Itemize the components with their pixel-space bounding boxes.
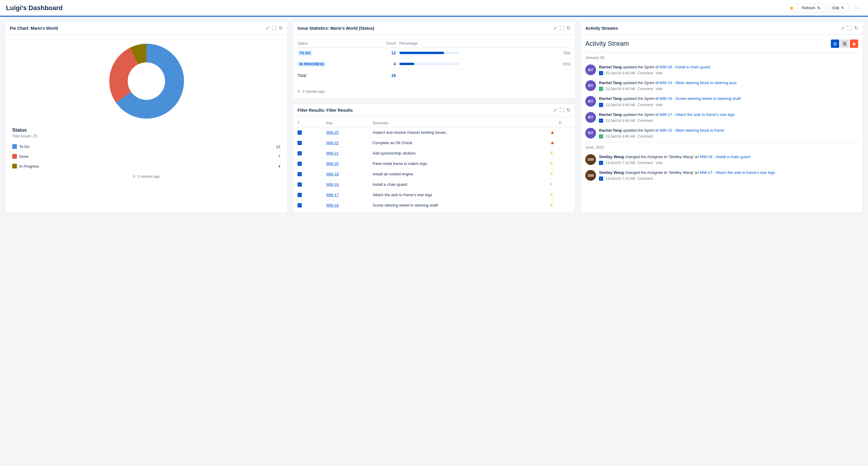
activity-type-icon: ✓ <box>599 103 603 107</box>
filter-collapse-icon[interactable]: ⤢ <box>553 107 557 113</box>
activity-user: Rachel Tang <box>599 81 622 85</box>
issue-key-link[interactable]: MW-25 <box>327 130 339 135</box>
activity-grid-view-btn[interactable]: ⊞ <box>831 39 839 48</box>
filter-key-cell[interactable]: MW-20 <box>321 158 368 169</box>
filter-key-cell[interactable]: MW-18 <box>321 179 368 190</box>
stats-refresh-text: 2 minutes ago <box>302 89 324 94</box>
avatar: RT <box>585 128 596 139</box>
star-icon[interactable]: ★ <box>789 4 794 11</box>
activity-content: Activity Stream ⊞ ☰ ◉ January 30 RT Rach… <box>581 35 863 188</box>
stats-refresh-icon[interactable]: ↻ <box>566 25 570 31</box>
activity-action-link[interactable]: Vote <box>655 161 662 165</box>
filter-refresh-icon[interactable]: ↻ <box>566 107 570 113</box>
activity-action-link[interactable]: Comment <box>638 103 653 107</box>
activity-text: Rachel Tang updated the Sprint of MW-15 … <box>599 128 858 133</box>
activity-type-icon: ✓ <box>599 161 603 165</box>
issue-key-link[interactable]: MW-20 <box>327 162 339 166</box>
filter-key-cell[interactable]: MW-22 <box>321 138 368 148</box>
filter-type-cell: ✓ <box>293 127 321 138</box>
issue-key-link[interactable]: MW-17 <box>327 193 339 197</box>
top-bar-actions: ★ Refresh ↻ Edit ✎ ··· <box>789 3 862 13</box>
activity-text: Rachel Tang updated the Sprint of MW-14 … <box>599 80 858 86</box>
filter-type-cell: ✓ <box>293 169 321 179</box>
task-type-icon: ✓ <box>298 162 302 166</box>
filter-summary-cell: Complete an Oil Check <box>368 138 545 148</box>
activity-action-link[interactable]: Vote <box>655 103 662 107</box>
stats-expand-icon[interactable]: ⛶ <box>559 26 564 31</box>
activity-body: Rachel Tang updated the Sprint of MW-15 … <box>599 128 858 139</box>
activity-issue-link[interactable]: MW-17 - Attach the axle to frame's rear … <box>659 112 735 117</box>
stats-row-inprogress: IN PROGRESS 4 25% <box>298 59 570 69</box>
legend-label-inprogress: In Progress <box>19 164 39 169</box>
activity-action-link[interactable]: Comment <box>638 177 653 181</box>
filter-panel-header: Filter Results: Filter Results ⤢ ⛶ ↻ <box>293 104 575 117</box>
more-button[interactable]: ··· <box>852 3 862 13</box>
filter-priority-cell: ≡ <box>545 190 575 200</box>
priority-icon: ≡ <box>550 161 553 166</box>
pie-refresh-text: 2 minutes ago <box>137 174 160 179</box>
expand-icon[interactable]: ⛶ <box>272 26 276 31</box>
activity-action-link[interactable]: Comment <box>638 134 653 139</box>
activity-meta: ✓ 31/Jan/24 4:40 AM Comment Vote <box>599 71 858 75</box>
task-type-icon: ✓ <box>298 141 302 145</box>
stats-collapse-icon[interactable]: ⤢ <box>553 25 557 31</box>
legend-section: Status Total Issues: 23 To Do 12 Done <box>10 127 283 171</box>
issue-key-link[interactable]: MW-19 <box>327 172 339 176</box>
activity-action-link[interactable]: Comment <box>638 87 653 91</box>
stats-panel-title: Issue Statistics: Mario's World (Status) <box>298 26 374 31</box>
progress-bar-todo-bg <box>399 52 459 54</box>
filter-summary-cell: Screw steering wheel to steering shaft <box>368 200 545 210</box>
activity-issue-link[interactable]: MW-18 - Install a chain guard <box>700 154 750 159</box>
pie-chart-panel: Pie Chart: Mario's World ⤢ ⛶ ↻ <box>5 21 288 213</box>
issue-key-link[interactable]: MW-16 <box>327 203 339 207</box>
activity-refresh-icon[interactable]: ↻ <box>854 25 858 31</box>
filter-expand-icon[interactable]: ⛶ <box>559 108 564 113</box>
pie-panel-icons: ⤢ ⛶ ↻ <box>266 25 283 31</box>
refresh-button[interactable]: Refresh ↻ <box>797 4 825 12</box>
activity-action-link[interactable]: Comment <box>638 161 653 165</box>
activity-collapse-icon[interactable]: ⤢ <box>841 25 845 31</box>
avatar: SW <box>585 154 596 165</box>
activity-action-link[interactable]: Vote <box>655 71 662 75</box>
pie-chart <box>105 39 188 123</box>
activity-type-icon: ✓ <box>599 119 603 123</box>
filter-key-cell[interactable]: MW-21 <box>321 148 368 158</box>
activity-issue-link[interactable]: MW-15 - Weld steering block to frame <box>659 128 724 133</box>
activity-action-link[interactable]: Comment <box>638 71 653 75</box>
legend-count-done: 7 <box>278 154 280 159</box>
avatar: RT <box>585 96 596 107</box>
filter-table: T Key Summary P ✓ MW-25 Inspect and reso… <box>293 119 575 210</box>
activity-body: Rachel Tang updated the Sprint of MW-18 … <box>599 64 858 75</box>
issue-key-link[interactable]: MW-22 <box>327 141 339 145</box>
stats-panel-icons: ⤢ ⛶ ↻ <box>553 25 570 31</box>
activity-issue-link[interactable]: MW-16 - Screw steering wheel to steering… <box>659 96 741 101</box>
filter-row: ✓ MW-19 Install air-cooled engine ≡ <box>293 169 575 179</box>
issue-key-link[interactable]: MW-21 <box>327 151 339 155</box>
filter-key-cell[interactable]: MW-25 <box>321 127 368 138</box>
activity-timestamp: 11/Jun/22 7:16 AM <box>606 161 635 165</box>
edit-button[interactable]: Edit ✎ <box>828 4 849 12</box>
activity-expand-icon[interactable]: ⛶ <box>847 26 852 31</box>
filter-summary-cell: Inspect and resolve chassis twisting iss… <box>368 127 545 138</box>
col-percentage: Percentage <box>399 39 570 48</box>
refresh-icon[interactable]: ↻ <box>279 25 283 31</box>
activity-date-group: June, 2022 <box>585 142 858 152</box>
priority-icon: ≡ <box>550 150 553 155</box>
activity-list-view-btn[interactable]: ☰ <box>840 39 849 48</box>
refresh-cycle-icon: ↻ <box>133 174 136 179</box>
activity-stream-actions: ⊞ ☰ ◉ <box>831 39 858 48</box>
activity-issue-link[interactable]: MW-18 - Install a chain guard <box>659 65 710 69</box>
activity-action-link[interactable]: Comment <box>638 119 653 123</box>
activity-issue-link[interactable]: MW-17 - Attach the axle to frame's rear … <box>700 170 775 175</box>
filter-key-cell[interactable]: MW-19 <box>321 169 368 179</box>
filter-key-cell[interactable]: MW-16 <box>321 200 368 210</box>
activity-feed-btn[interactable]: ◉ <box>850 39 858 48</box>
activity-timestamp: 31/Jan/24 4:40 AM <box>606 119 635 123</box>
issue-key-link[interactable]: MW-18 <box>327 182 339 187</box>
activity-panel-icons: ⤢ ⛶ ↻ <box>841 25 858 31</box>
activity-issue-link[interactable]: MW-14 - Weld steering block to steering … <box>659 81 737 85</box>
collapse-icon[interactable]: ⤢ <box>266 25 269 31</box>
activity-action-link[interactable]: Vote <box>655 87 662 91</box>
filter-key-cell[interactable]: MW-17 <box>321 190 368 200</box>
pie-content: Status Total Issues: 23 To Do 12 Done <box>5 35 287 183</box>
